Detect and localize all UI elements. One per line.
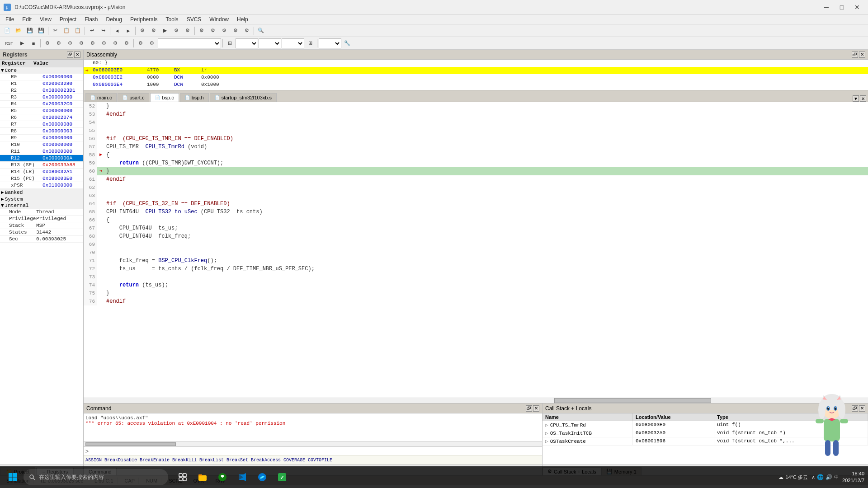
taskbar-edge[interactable] [253,468,271,486]
tab-startup[interactable]: 📄 startup_stm32f103xb.s [210,93,277,102]
code-content[interactable]: 52 } 53 #endif 54 55 [84,102,868,398]
reg-row-r15[interactable]: R15 (PC) 0x080003E0 [0,175,83,182]
reg-row-r9[interactable]: R9 0x00000000 [0,135,83,141]
banked-group-header[interactable]: ▶ Banked [0,189,83,196]
tb-select5[interactable] [319,38,341,48]
tb-step5[interactable]: ⚙ [87,38,98,49]
tb-copy[interactable]: 📋 [61,25,72,36]
reg-row-r7[interactable]: R7 0x00000080 [0,121,83,128]
tb-tool1[interactable]: 🔧 [342,38,353,49]
registers-float[interactable]: 🗗 [67,52,73,58]
tb-wnd2[interactable]: ⊞ [305,38,316,49]
scroll-thumb[interactable] [554,398,711,403]
reg-row-r11[interactable]: R11 0x00000000 [0,148,83,155]
tb-new[interactable]: 📄 [2,25,13,36]
maximize-button[interactable]: □ [835,3,849,12]
code-scrollbar[interactable] [84,398,868,403]
tb-back[interactable]: ◄ [112,25,123,36]
tb-wnd1[interactable]: ⊞ [224,38,235,49]
taskbar-vscode[interactable] [233,468,251,486]
menu-item-peripherals[interactable]: Peripherals [127,15,161,23]
taskbar-clock[interactable]: 18:40 2021/12/7 [842,470,864,484]
close-button[interactable]: ✕ [850,3,864,12]
tb-save[interactable]: 💾 [24,25,35,36]
reg-row-r6[interactable]: R6 0x20002074 [0,114,83,121]
tb-build5[interactable]: ⚙ [182,25,193,36]
menu-item-svcs[interactable]: SVCS [183,15,205,23]
menu-item-debug[interactable]: Debug [103,15,126,23]
tb-stop[interactable]: ■ [28,38,39,49]
reg-row-xpsr[interactable]: xPSR 0x01000000 [0,182,83,189]
minimize-button[interactable]: ─ [819,3,834,12]
tb-dbg5[interactable]: ⚙ [241,25,252,36]
tb-build2[interactable]: ⚙ [148,25,159,36]
menu-item-window[interactable]: Window [206,15,232,23]
command-scroll[interactable] [84,441,542,446]
tb-dbg4[interactable]: ⚙ [230,25,241,36]
tb-zoom[interactable]: 🔍 [255,25,266,36]
disassembly-close[interactable]: ✕ [859,52,865,58]
taskbar-xbox[interactable] [213,468,231,486]
tb-step6[interactable]: ⚙ [99,38,109,49]
tb-dbg1[interactable]: ⚙ [196,25,207,36]
tb-save-all[interactable]: 💾 [36,25,47,36]
internal-group-header[interactable]: ▼ Internal [0,202,83,209]
tb-step2[interactable]: ⚙ [53,38,64,49]
tab-usart-c[interactable]: 📄 usart.c [118,93,149,102]
tab-main-c[interactable]: 📄 main.c [85,93,117,102]
tb-dbg3[interactable]: ⚙ [219,25,230,36]
tb-paste[interactable]: 📋 [72,25,83,36]
taskbar-search-bar[interactable]: 在这里输入你要搜索的内容 [24,469,168,485]
tb-build3[interactable]: ▶ [160,25,170,36]
tb-step8[interactable]: ⚙ [121,38,132,49]
tb-step4[interactable]: ⚙ [76,38,87,49]
reg-row-r5[interactable]: R5 0x00000000 [0,108,83,114]
tb-select2[interactable] [236,38,258,48]
tb-select1[interactable] [158,38,221,48]
taskbar-green-app[interactable]: ✓ [273,468,291,486]
reg-row-r13[interactable]: R13 (SP) 0x200033A88 [0,162,83,169]
reg-row-r10[interactable]: R10 0x00000000 [0,141,83,148]
reg-row-r0[interactable]: R0 0x00000000 [0,74,83,80]
tb-fwd[interactable]: ► [123,25,134,36]
menu-item-edit[interactable]: Edit [19,15,35,23]
tb-redo[interactable]: ↪ [98,25,108,36]
disassembly-float[interactable]: 🗗 [852,52,858,58]
start-button[interactable] [4,468,22,486]
tb-bp1[interactable]: ⚙ [135,38,146,49]
taskbar-weather[interactable]: ☁ 14°C 多云 [778,474,808,481]
reg-row-r3[interactable]: R3 0x00000000 [0,94,83,101]
tab-bsp-h[interactable]: 📄 bsp.h [180,93,209,102]
tb-step3[interactable]: ⚙ [65,38,75,49]
tb-step7[interactable]: ⚙ [110,38,121,49]
reg-row-r2[interactable]: R2 0x0800023D1 [0,87,83,94]
taskbar-explorer[interactable] [193,468,212,486]
reg-row-r8[interactable]: R8 0x00000003 [0,128,83,135]
core-group-header[interactable]: ▼ Core [0,67,83,74]
reg-row-r1[interactable]: R1 0x20003280 [0,80,83,87]
taskbar-taskview[interactable] [174,468,192,486]
tb-run[interactable]: ▶ [17,38,28,49]
tb-dbg2[interactable]: ⚙ [208,25,218,36]
cmd-input[interactable] [90,448,541,454]
tb-open[interactable]: 📂 [13,25,24,36]
command-scroll-thumb[interactable] [85,442,176,446]
callstack-close[interactable]: ✕ [859,405,865,412]
tb-step1[interactable]: ⚙ [42,38,53,49]
menu-item-help[interactable]: Help [233,15,252,23]
tb-select3[interactable] [259,38,281,48]
menu-item-view[interactable]: View [36,15,55,23]
tb-build4[interactable]: ⚙ [171,25,182,36]
command-close[interactable]: ✕ [533,405,539,412]
code-tab-expand[interactable]: ▼ [853,95,859,102]
menu-item-flash[interactable]: Flash [81,15,101,23]
tb-select4[interactable] [282,38,304,48]
tb-rst[interactable]: RST [2,38,16,49]
menu-item-tools[interactable]: Tools [162,15,182,23]
expand-tray-icon[interactable]: ∧ [811,474,815,480]
tb-cut[interactable]: ✂ [50,25,61,36]
code-tab-close[interactable]: ✕ [860,95,866,102]
menu-item-project[interactable]: Project [56,15,80,23]
registers-close[interactable]: ✕ [74,52,80,58]
reg-row-r4[interactable]: R4 0x200032C0 [0,101,83,108]
